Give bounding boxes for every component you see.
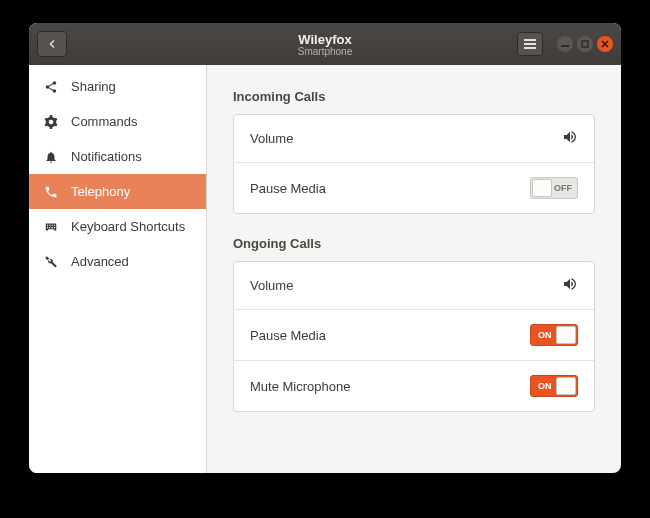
- row-incoming-volume[interactable]: Volume: [234, 115, 594, 162]
- bell-icon: [43, 150, 59, 164]
- row-label: Volume: [250, 131, 293, 146]
- svg-rect-3: [561, 45, 569, 47]
- chevron-left-icon: [46, 38, 58, 50]
- sidebar-item-label: Commands: [71, 114, 137, 129]
- section-title-incoming: Incoming Calls: [233, 89, 595, 104]
- hamburger-icon: [524, 39, 536, 49]
- titlebar: Wileyfox Smartphone: [29, 23, 621, 65]
- toggle-incoming-pause-media[interactable]: OFF: [530, 177, 578, 199]
- keyboard-icon: [43, 220, 59, 234]
- toggle-ongoing-pause-media[interactable]: ON: [530, 324, 578, 346]
- group-incoming: Volume Pause Media OFF: [233, 114, 595, 214]
- toggle-ongoing-mute-mic[interactable]: ON: [530, 375, 578, 397]
- row-label: Volume: [250, 278, 293, 293]
- row-ongoing-mute-mic: Mute Microphone ON: [234, 360, 594, 411]
- row-label: Pause Media: [250, 328, 326, 343]
- sidebar-item-label: Telephony: [71, 184, 130, 199]
- row-label: Pause Media: [250, 181, 326, 196]
- sidebar-item-keyboard-shortcuts[interactable]: Keyboard Shortcuts: [29, 209, 206, 244]
- back-button[interactable]: [37, 31, 67, 57]
- sidebar-item-sharing[interactable]: Sharing: [29, 69, 206, 104]
- svg-rect-0: [524, 39, 536, 41]
- content-pane: Incoming Calls Volume Pause Media OFF On…: [207, 65, 621, 473]
- sidebar-item-notifications[interactable]: Notifications: [29, 139, 206, 174]
- row-ongoing-volume[interactable]: Volume: [234, 262, 594, 309]
- sidebar-item-telephony[interactable]: Telephony: [29, 174, 206, 209]
- svg-rect-4: [582, 41, 588, 47]
- hamburger-menu-button[interactable]: [517, 32, 543, 56]
- volume-icon: [562, 276, 578, 295]
- svg-rect-1: [524, 43, 536, 45]
- volume-icon: [562, 129, 578, 148]
- sidebar-item-label: Keyboard Shortcuts: [71, 219, 185, 234]
- minimize-button[interactable]: [557, 36, 573, 52]
- row-ongoing-pause-media: Pause Media ON: [234, 309, 594, 360]
- row-label: Mute Microphone: [250, 379, 350, 394]
- minimize-icon: [561, 40, 569, 48]
- sidebar-item-advanced[interactable]: Advanced: [29, 244, 206, 279]
- sidebar-item-label: Advanced: [71, 254, 129, 269]
- commands-icon: [43, 115, 59, 129]
- share-icon: [43, 80, 59, 94]
- sidebar-item-label: Notifications: [71, 149, 142, 164]
- close-icon: [601, 40, 609, 48]
- group-ongoing: Volume Pause Media ON Mute Microphone ON: [233, 261, 595, 412]
- phone-icon: [43, 185, 59, 199]
- app-window: Wileyfox Smartphone: [29, 23, 621, 473]
- sidebar-item-label: Sharing: [71, 79, 116, 94]
- sidebar: Sharing Commands Notifications Telephony…: [29, 65, 207, 473]
- row-incoming-pause-media: Pause Media OFF: [234, 162, 594, 213]
- tools-icon: [43, 255, 59, 269]
- sidebar-item-commands[interactable]: Commands: [29, 104, 206, 139]
- section-title-ongoing: Ongoing Calls: [233, 236, 595, 251]
- maximize-icon: [581, 40, 589, 48]
- svg-rect-2: [524, 47, 536, 49]
- close-button[interactable]: [597, 36, 613, 52]
- maximize-button[interactable]: [577, 36, 593, 52]
- window-controls: [557, 36, 613, 52]
